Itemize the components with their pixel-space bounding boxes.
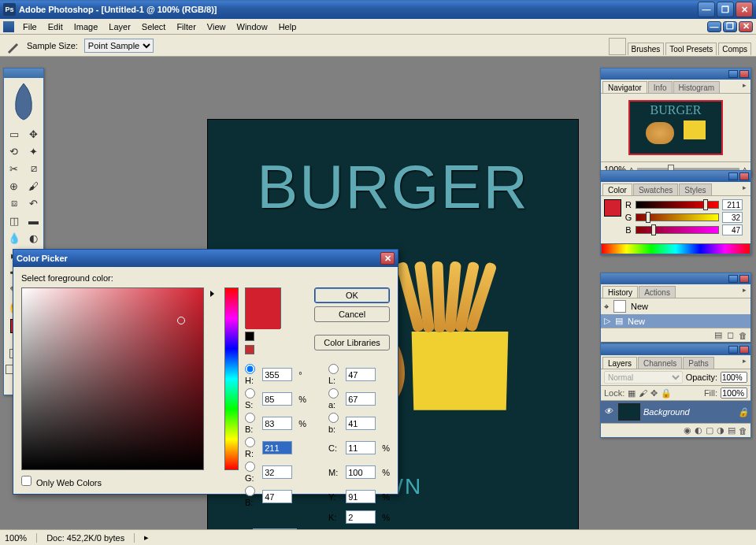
magic-wand-tool[interactable]: ✦ [24, 143, 43, 160]
color-titlebar[interactable] [601, 171, 750, 182]
palette-menu-icon[interactable]: ▸ [739, 81, 749, 91]
g-radio[interactable] [245, 462, 255, 472]
only-web-colors-label[interactable]: Only Web Colors [36, 478, 102, 488]
palette-menu-icon[interactable]: ▸ [739, 184, 749, 193]
old-color-swatch[interactable] [246, 309, 280, 329]
history-titlebar[interactable] [601, 273, 750, 284]
doc-close-button[interactable]: ✕ [739, 21, 753, 32]
lasso-tool[interactable]: ⟲ [4, 143, 24, 160]
move-tool[interactable]: ✥ [24, 125, 43, 143]
new-set-icon[interactable]: ▢ [706, 425, 713, 436]
brush-tool[interactable]: 🖌 [24, 177, 43, 195]
blend-mode-select[interactable]: Normal [604, 371, 683, 384]
palette-minimize-button[interactable] [728, 70, 738, 78]
r-picker-input[interactable] [262, 441, 292, 454]
l-input[interactable] [346, 368, 376, 381]
tab-histogram[interactable]: Histogram [673, 81, 721, 93]
toolbox-titlebar[interactable] [4, 69, 43, 78]
menu-help[interactable]: Help [273, 20, 302, 33]
h-input[interactable] [262, 368, 292, 381]
g-slider[interactable] [636, 213, 719, 221]
color-picker-close-button[interactable]: ✕ [380, 252, 395, 265]
layers-titlebar[interactable] [601, 344, 750, 355]
g-picker-input[interactable] [262, 465, 292, 479]
color-picker-titlebar[interactable]: Color Picker ✕ [13, 250, 398, 267]
history-state[interactable]: ▷ ▤ New [601, 314, 750, 328]
s-input[interactable] [262, 392, 292, 406]
lab-b-radio[interactable] [328, 413, 339, 423]
a-input[interactable] [346, 392, 376, 406]
c-input[interactable] [346, 441, 376, 454]
menu-image[interactable]: Image [69, 20, 104, 33]
menu-select[interactable]: Select [136, 20, 172, 33]
palette-close-button[interactable] [739, 275, 749, 283]
r-slider[interactable] [636, 201, 719, 209]
new-snapshot-icon[interactable]: ◻ [727, 330, 734, 340]
history-snapshot[interactable]: ⌖ New [601, 298, 750, 314]
color-field[interactable] [21, 287, 204, 470]
status-doc-size[interactable]: Doc: 452,2K/0 bytes [46, 533, 135, 543]
color-libraries-button[interactable]: Color Libraries [314, 335, 390, 350]
status-menu-icon[interactable]: ▸ [144, 532, 149, 543]
history-brush-tool[interactable]: ↶ [24, 195, 43, 212]
doc-restore-button[interactable]: ❐ [723, 21, 737, 32]
dodge-tool[interactable]: ◐ [24, 229, 43, 247]
current-tool-icon[interactable] [5, 38, 20, 54]
menu-view[interactable]: View [202, 20, 232, 33]
healing-tool[interactable]: ⊕ [4, 177, 24, 195]
b-input[interactable] [722, 224, 743, 235]
status-zoom[interactable]: 100% [5, 533, 37, 543]
slice-tool[interactable]: ⧄ [24, 160, 43, 177]
marquee-tool[interactable]: ▭ [4, 125, 24, 143]
crop-tool[interactable]: ✂ [4, 160, 24, 177]
blur-tool[interactable]: 💧 [4, 229, 24, 247]
navigator-thumbnail[interactable]: BURGER [628, 100, 723, 155]
menu-file[interactable]: File [17, 20, 43, 33]
b-radio[interactable] [245, 486, 255, 496]
tab-channels[interactable]: Channels [638, 357, 682, 369]
b-picker-input[interactable] [262, 490, 292, 503]
layer-mask-icon[interactable]: ◐ [695, 425, 702, 436]
new-layer-icon[interactable]: ▤ [728, 425, 736, 436]
delete-layer-icon[interactable]: 🗑 [739, 426, 747, 436]
tab-layers[interactable]: Layers [602, 357, 637, 369]
palette-menu-icon[interactable]: ▸ [739, 286, 749, 295]
bb-input[interactable] [262, 417, 292, 430]
new-doc-from-state-icon[interactable]: ▤ [714, 330, 722, 340]
tab-styles[interactable]: Styles [679, 184, 711, 195]
menu-window[interactable]: Window [232, 20, 273, 33]
y-input[interactable] [346, 490, 376, 503]
r-input[interactable] [722, 199, 743, 210]
delete-state-icon[interactable]: 🗑 [739, 331, 747, 340]
fill-input[interactable] [721, 387, 747, 399]
lab-b-input[interactable] [346, 417, 376, 430]
a-radio[interactable] [328, 388, 339, 399]
palette-menu-icon[interactable]: ▸ [739, 357, 749, 366]
color-spectrum[interactable] [601, 243, 750, 254]
lock-all-icon[interactable]: 🔒 [661, 388, 672, 399]
h-radio[interactable] [245, 364, 255, 374]
palette-minimize-button[interactable] [728, 346, 738, 354]
sample-size-select[interactable]: Point Sample [84, 39, 154, 53]
websafe-swatch-icon[interactable] [245, 345, 254, 354]
gamut-warning-icon[interactable]: ⚠ [245, 332, 254, 341]
tab-info[interactable]: Info [648, 81, 673, 93]
tab-history[interactable]: History [602, 286, 638, 298]
s-radio[interactable] [245, 388, 255, 399]
tab-tool-presets[interactable]: Tool Presets [665, 43, 717, 55]
menu-edit[interactable]: Edit [43, 20, 69, 33]
palette-close-button[interactable] [739, 70, 749, 78]
bb-radio[interactable] [245, 413, 255, 423]
color-fg-swatch[interactable] [604, 199, 621, 217]
tab-color[interactable]: Color [602, 184, 632, 195]
lock-paint-icon[interactable]: 🖌 [639, 388, 647, 398]
visibility-icon[interactable]: 👁 [604, 406, 615, 417]
cancel-button[interactable]: Cancel [314, 306, 390, 322]
r-radio[interactable] [245, 437, 255, 447]
ok-button[interactable]: OK [314, 287, 390, 303]
palette-minimize-button[interactable] [728, 172, 738, 180]
tab-comps[interactable]: Comps [718, 43, 751, 55]
palette-close-button[interactable] [739, 346, 749, 354]
hue-slider[interactable] [224, 287, 239, 470]
m-input[interactable] [346, 465, 376, 479]
